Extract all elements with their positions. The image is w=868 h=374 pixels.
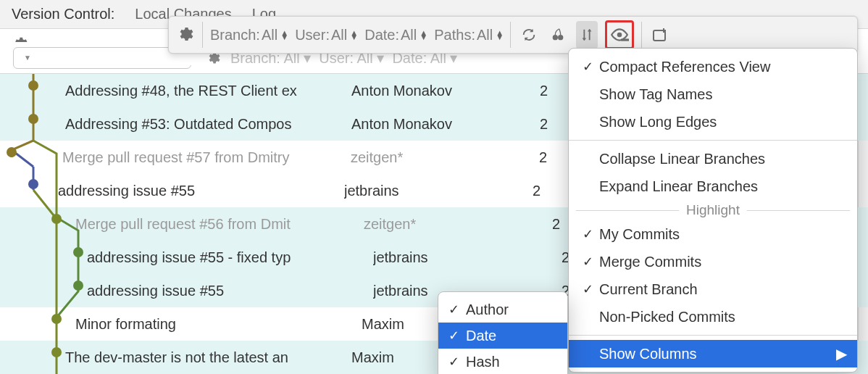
menu-item-label: Expand Linear Branches <box>599 178 758 195</box>
submenu-author[interactable]: ✓ Author <box>438 296 567 323</box>
paths-filter[interactable]: Paths: All <box>434 27 503 43</box>
menu-item-label: Non-Picked Commits <box>599 309 735 325</box>
check-icon: ✓ <box>579 281 596 297</box>
commit-date: 2 <box>540 83 569 99</box>
graph-cell <box>0 174 87 207</box>
svg-point-4 <box>617 33 622 38</box>
chevron-right-icon: ▶ <box>836 345 847 362</box>
commit-message: Addressing #48, the REST Client ex <box>65 83 351 99</box>
commit-message: The dev-master is not the latest an <box>65 349 351 366</box>
commit-message: addressing issue #55 <box>87 283 373 299</box>
graph-cell <box>0 74 87 107</box>
menu-item-label: My Commits <box>599 226 680 243</box>
paths-filter-value: All <box>477 27 493 43</box>
menu-collapse-linear[interactable]: Collapse Linear Branches <box>569 145 857 173</box>
menu-compact-references[interactable]: ✓ Compact References View <box>569 53 857 80</box>
svg-point-2 <box>553 35 558 40</box>
check-icon: ✓ <box>579 254 596 270</box>
check-icon: ✓ <box>579 59 596 75</box>
cherry-pick-icon[interactable] <box>547 21 569 49</box>
menu-show-long-edges[interactable]: Show Long Edges <box>569 108 857 136</box>
graph-cell <box>0 207 87 241</box>
refresh-icon[interactable] <box>518 21 540 49</box>
new-tab-icon[interactable] <box>649 21 671 49</box>
menu-item-label: Show Long Edges <box>599 114 717 130</box>
commit-message: Merge pull request #56 from Dmit <box>75 216 364 233</box>
gear-icon[interactable] <box>176 25 195 44</box>
menu-divider <box>569 335 857 336</box>
menu-item-label: Show Columns <box>599 346 697 362</box>
paths-filter-label: Paths: <box>434 27 475 43</box>
commit-author: Anton Monakov <box>351 116 540 133</box>
graph-cell <box>0 341 87 374</box>
svg-point-3 <box>558 35 563 40</box>
show-columns-submenu: ✓ Author ✓ Date ✓ Hash <box>438 291 568 374</box>
commit-message: addressing issue #55 <box>58 183 344 199</box>
user-filter-label: User: <box>295 27 330 43</box>
submenu-item-label: Author <box>466 302 509 318</box>
eye-icon-highlight <box>605 20 634 49</box>
view-options-menu: ✓ Compact References View Show Tag Names… <box>568 48 858 373</box>
commit-author: zeitgen* <box>351 149 539 166</box>
branch-filter-label: Branch: <box>210 27 260 43</box>
eye-icon[interactable] <box>609 24 630 46</box>
commit-message: Merge pull request #57 from Dmitry <box>62 149 351 166</box>
commit-message: Minor formating <box>75 316 362 333</box>
date-filter[interactable]: Date: All <box>364 27 427 43</box>
menu-show-tag-names[interactable]: Show Tag Names <box>569 80 857 108</box>
search-input[interactable]: ▼ <box>13 47 191 69</box>
commit-date: 2 <box>540 116 569 133</box>
menu-item-label: Merge Commits <box>599 254 701 270</box>
submenu-item-label: Hash <box>466 354 500 370</box>
commit-date: 2 <box>539 149 568 166</box>
graph-cell <box>0 107 87 141</box>
menu-divider <box>569 140 857 141</box>
user-filter[interactable]: User: All <box>295 27 357 43</box>
svg-rect-5 <box>621 38 629 41</box>
menu-current-branch[interactable]: ✓ Current Branch <box>569 275 857 303</box>
commit-author: Anton Monakov <box>351 83 540 99</box>
menu-item-label: Collapse Linear Branches <box>599 151 765 167</box>
check-icon: ✓ <box>448 302 466 317</box>
submenu-item-label: Date <box>466 328 496 344</box>
graph-cell <box>0 241 87 274</box>
menu-item-label: Show Tag Names <box>599 86 712 103</box>
check-icon: ✓ <box>579 226 596 242</box>
date-filter-label: Date: <box>364 27 399 43</box>
check-icon: ✓ <box>448 354 466 370</box>
branch-filter[interactable]: Branch: All <box>210 27 288 43</box>
submenu-date[interactable]: ✓ Date <box>438 323 567 349</box>
intellisort-icon[interactable] <box>576 21 598 49</box>
menu-show-columns[interactable]: Show Columns ▶ <box>569 340 857 367</box>
branch-filter-value: All <box>262 27 277 43</box>
commit-message: addressing issue #55 - fixed typ <box>87 249 373 266</box>
commit-author: zeitgen* <box>364 216 552 233</box>
graph-cell <box>0 141 87 174</box>
graph-cell <box>0 307 87 341</box>
menu-expand-linear[interactable]: Expand Linear Branches <box>569 173 857 200</box>
submenu-hash[interactable]: ✓ Hash <box>438 349 567 374</box>
commit-message: Addressing #53: Outdated Compos <box>65 116 351 133</box>
menu-item-label: Compact References View <box>599 59 770 75</box>
menu-my-commits[interactable]: ✓ My Commits <box>569 220 857 248</box>
commit-date: 2 <box>533 183 562 199</box>
vcs-title: Version Control: <box>12 6 114 22</box>
menu-group-highlight: Highlight <box>569 200 857 220</box>
date-filter-value: All <box>401 27 417 43</box>
graph-cell <box>0 274 87 307</box>
menu-non-picked[interactable]: Non-Picked Commits <box>569 303 857 331</box>
menu-item-label: Current Branch <box>599 281 698 298</box>
commit-author: jetbrains <box>344 183 533 199</box>
commit-author: jetbrains <box>373 249 562 266</box>
menu-merge-commits[interactable]: ✓ Merge Commits <box>569 248 857 275</box>
check-icon: ✓ <box>448 328 466 344</box>
user-filter-value: All <box>331 27 347 43</box>
